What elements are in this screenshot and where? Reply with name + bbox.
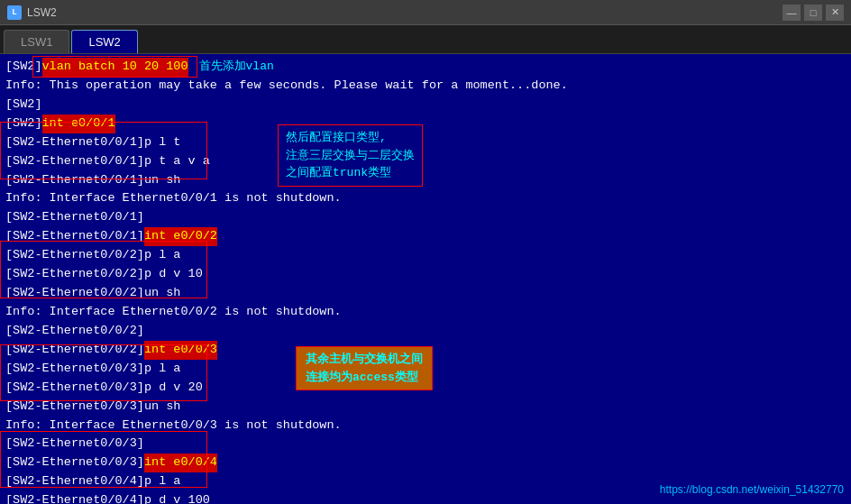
window-controls: — □ ✕ bbox=[782, 5, 844, 21]
terminal-line: [SW2-Ethernet0/0/1]p l t bbox=[5, 133, 846, 152]
terminal-line: [SW2-Ethernet0/0/3] bbox=[5, 435, 846, 454]
terminal[interactable]: [SW2]vlan batch 10 20 100 首先添加vlan Info:… bbox=[0, 54, 851, 504]
terminal-line: [SW2-Ethernet0/0/1]p t a v a bbox=[5, 152, 846, 171]
close-button[interactable]: ✕ bbox=[826, 5, 844, 21]
terminal-line: [SW2-Ethernet0/0/2]int e0/0/3 bbox=[5, 341, 846, 360]
terminal-line: [SW2-Ethernet0/0/1] bbox=[5, 208, 846, 227]
terminal-line: [SW2-Ethernet0/0/2] bbox=[5, 322, 846, 341]
tabs-bar: LSW1 LSW2 bbox=[0, 25, 851, 54]
terminal-line: [SW2-Ethernet0/0/2]p l a bbox=[5, 246, 846, 265]
prompt: [SW2] bbox=[5, 58, 42, 77]
app-icon: L bbox=[7, 5, 22, 20]
highlighted-cmd: vlan batch 10 20 100 bbox=[42, 58, 188, 77]
annotation-vlan: 首先添加vlan bbox=[199, 58, 274, 76]
terminal-line: [SW2-Ethernet0/0/3]un sh bbox=[5, 398, 846, 417]
terminal-line: [SW2]vlan batch 10 20 100 首先添加vlan bbox=[5, 58, 846, 77]
terminal-line: Info: Interface Ethernet0/0/1 is not shu… bbox=[5, 189, 846, 208]
terminal-line: Info: This operation may take a few seco… bbox=[5, 77, 846, 96]
terminal-line: [SW2-Ethernet0/0/3]p l a bbox=[5, 360, 846, 379]
title-bar-text: LSW2 bbox=[27, 6, 57, 19]
maximize-button[interactable]: □ bbox=[804, 5, 822, 21]
terminal-line: [SW2-Ethernet0/0/1]un sh bbox=[5, 171, 846, 190]
terminal-line: [SW2-Ethernet0/0/1]int e0/0/2 bbox=[5, 227, 846, 246]
terminal-line: [SW2]int e0/0/1 bbox=[5, 115, 846, 133]
terminal-line: [SW2-Ethernet0/0/3]int e0/0/4 bbox=[5, 454, 846, 472]
watermark: https://blog.csdn.net/weixin_51432770 bbox=[660, 481, 844, 499]
terminal-line: [SW2-Ethernet0/0/2]p d v 10 bbox=[5, 265, 846, 284]
terminal-line: [SW2-Ethernet0/0/3]p d v 20 bbox=[5, 379, 846, 398]
terminal-line: [SW2] bbox=[5, 96, 846, 115]
terminal-line: Info: Interface Ethernet0/0/2 is not shu… bbox=[5, 303, 846, 322]
minimize-button[interactable]: — bbox=[782, 5, 801, 21]
title-bar: L LSW2 — □ ✕ bbox=[0, 0, 851, 25]
tab-lsw2[interactable]: LSW2 bbox=[71, 30, 137, 53]
terminal-line: [SW2-Ethernet0/0/2]un sh bbox=[5, 284, 846, 303]
terminal-line: Info: Interface Ethernet0/0/3 is not shu… bbox=[5, 417, 846, 435]
tab-lsw1[interactable]: LSW1 bbox=[4, 30, 69, 53]
